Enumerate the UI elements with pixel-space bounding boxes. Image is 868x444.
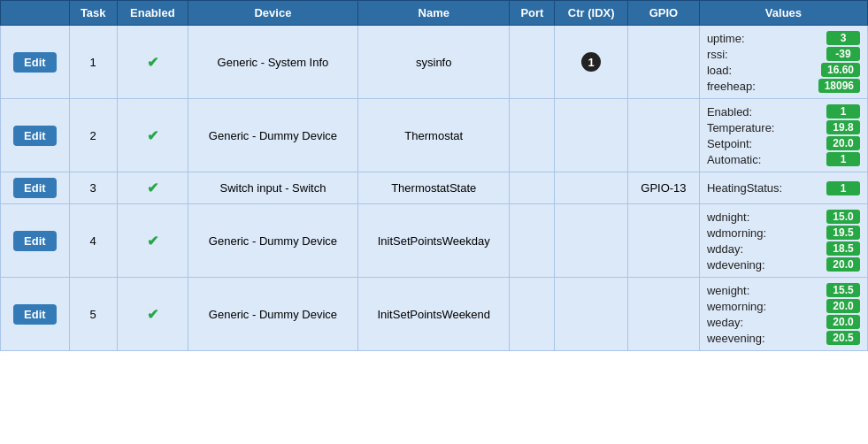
value-label: rssi: bbox=[707, 48, 787, 61]
value-label: Temperature: bbox=[707, 121, 787, 134]
device-cell-2: Generic - Dummy Device bbox=[188, 99, 357, 172]
gpio-cell-2 bbox=[627, 99, 699, 172]
value-row: load:16.60 bbox=[707, 63, 860, 77]
gpio-cell-1 bbox=[627, 26, 699, 99]
value-label: wdevening: bbox=[707, 258, 787, 272]
value-row: wemorning:20.0 bbox=[707, 299, 860, 313]
col-header-values: Values bbox=[699, 1, 867, 26]
checkmark-icon: ✔ bbox=[147, 233, 158, 249]
value-badge: 20.0 bbox=[826, 136, 860, 150]
name-cell-4: InitSetPointsWeekday bbox=[358, 204, 510, 278]
device-cell-4: Generic - Dummy Device bbox=[188, 204, 357, 278]
value-label: HeatingStatus: bbox=[707, 181, 787, 195]
enabled-cell-3: ✔ bbox=[117, 172, 188, 204]
value-row: wdmorning:19.5 bbox=[707, 226, 860, 240]
ctr-idx-badge: 1 bbox=[581, 52, 601, 72]
value-label: wdmorning: bbox=[707, 226, 787, 240]
value-badge: 3 bbox=[826, 31, 860, 45]
edit-cell-5: Edit bbox=[1, 278, 70, 351]
value-badge: 16.60 bbox=[821, 63, 860, 77]
value-label: weevening: bbox=[707, 332, 787, 345]
value-row: wdevening:20.0 bbox=[707, 257, 860, 272]
value-row: wdnight:15.0 bbox=[707, 210, 860, 224]
value-label: Enabled: bbox=[707, 105, 787, 119]
task-number-5: 5 bbox=[69, 278, 117, 351]
name-cell-2: Thermostat bbox=[358, 99, 510, 172]
values-cell-2: Enabled:1Temperature:19.8Setpoint:20.0Au… bbox=[699, 99, 867, 172]
col-header-port: Port bbox=[510, 1, 555, 26]
edit-button-row-1[interactable]: Edit bbox=[13, 52, 57, 73]
values-cell-4: wdnight:15.0wdmorning:19.5wdday:18.5wdev… bbox=[699, 204, 867, 278]
value-label: wdday: bbox=[707, 242, 787, 256]
enabled-cell-2: ✔ bbox=[117, 99, 188, 172]
value-badge: 20.0 bbox=[826, 315, 860, 329]
value-label: load: bbox=[707, 64, 787, 77]
ctr-idx-cell-5 bbox=[555, 278, 628, 351]
col-header-action bbox=[1, 1, 70, 26]
edit-button-row-5[interactable]: Edit bbox=[13, 304, 57, 325]
value-label: freeheap: bbox=[707, 80, 787, 93]
enabled-cell-5: ✔ bbox=[117, 278, 188, 351]
value-badge: 15.5 bbox=[826, 283, 860, 297]
value-row: rssi:-39 bbox=[707, 47, 860, 61]
value-row: Temperature:19.8 bbox=[707, 120, 860, 134]
task-number-3: 3 bbox=[69, 172, 117, 204]
edit-cell-3: Edit bbox=[1, 172, 70, 204]
edit-button-row-3[interactable]: Edit bbox=[13, 178, 57, 198]
edit-cell-2: Edit bbox=[1, 99, 70, 172]
value-badge: 20.0 bbox=[826, 299, 860, 313]
values-cell-5: wenight:15.5wemorning:20.0weday:20.0weev… bbox=[699, 278, 867, 351]
col-header-name: Name bbox=[358, 1, 510, 26]
value-row: Setpoint:20.0 bbox=[707, 136, 860, 150]
edit-cell-4: Edit bbox=[1, 204, 70, 278]
name-cell-3: ThermostatState bbox=[358, 172, 510, 204]
gpio-cell-4 bbox=[627, 204, 699, 278]
value-label: wdnight: bbox=[707, 211, 787, 224]
port-cell-3 bbox=[510, 172, 555, 204]
value-badge: 1 bbox=[826, 152, 860, 166]
checkmark-icon: ✔ bbox=[147, 55, 158, 70]
name-cell-5: InitSetPointsWeekend bbox=[358, 278, 510, 351]
ctr-idx-cell-1: 1 bbox=[555, 26, 628, 99]
port-cell-4 bbox=[510, 204, 555, 278]
task-number-4: 4 bbox=[69, 204, 117, 278]
device-cell-5: Generic - Dummy Device bbox=[188, 278, 357, 351]
value-badge: 20.5 bbox=[826, 331, 860, 345]
value-badge: 19.5 bbox=[826, 226, 860, 240]
values-cell-1: uptime:3rssi:-39load:16.60freeheap:18096 bbox=[699, 26, 867, 99]
col-header-task: Task bbox=[69, 1, 117, 26]
gpio-cell-5 bbox=[627, 278, 699, 351]
name-cell-1: sysinfo bbox=[358, 26, 510, 99]
edit-button-row-4[interactable]: Edit bbox=[13, 231, 57, 251]
value-badge: 15.0 bbox=[826, 210, 860, 224]
task-number-1: 1 bbox=[69, 26, 117, 99]
value-label: weday: bbox=[707, 316, 787, 329]
ctr-idx-cell-4 bbox=[555, 204, 628, 278]
value-badge: 18.5 bbox=[826, 241, 860, 256]
value-label: wenight: bbox=[707, 284, 787, 297]
checkmark-icon: ✔ bbox=[147, 307, 158, 322]
value-badge: -39 bbox=[826, 47, 860, 61]
enabled-cell-1: ✔ bbox=[117, 26, 188, 99]
col-header-device: Device bbox=[188, 1, 357, 26]
value-badge: 1 bbox=[826, 181, 860, 195]
device-cell-1: Generic - System Info bbox=[188, 26, 357, 99]
edit-button-row-2[interactable]: Edit bbox=[13, 126, 57, 146]
value-row: HeatingStatus:1 bbox=[707, 181, 860, 195]
value-badge: 20.0 bbox=[826, 257, 860, 272]
value-row: wdday:18.5 bbox=[707, 241, 860, 256]
value-row: weday:20.0 bbox=[707, 315, 860, 329]
col-header-ctr-idx: Ctr (IDX) bbox=[555, 1, 628, 26]
value-badge: 19.8 bbox=[826, 120, 860, 134]
value-label: uptime: bbox=[707, 32, 787, 45]
value-row: uptime:3 bbox=[707, 31, 860, 45]
value-badge: 1 bbox=[826, 104, 860, 119]
col-header-gpio: GPIO bbox=[627, 1, 699, 26]
value-label: wemorning: bbox=[707, 300, 787, 313]
task-number-2: 2 bbox=[69, 99, 117, 172]
edit-cell-1: Edit bbox=[1, 26, 70, 99]
checkmark-icon: ✔ bbox=[147, 180, 158, 195]
values-cell-3: HeatingStatus:1 bbox=[699, 172, 867, 204]
value-row: wenight:15.5 bbox=[707, 283, 860, 297]
value-row: weevening:20.5 bbox=[707, 331, 860, 345]
